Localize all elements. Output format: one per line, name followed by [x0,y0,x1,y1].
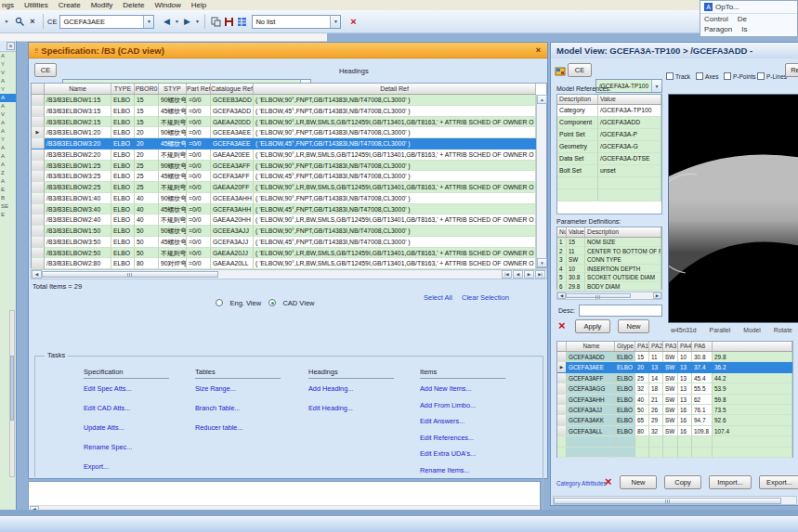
cell-styp[interactable]: 90螺纹弯头 [159,193,187,204]
clear-selection-link[interactable]: Clear Selection [462,293,509,302]
menu-item-modify[interactable]: Modify [91,1,113,9]
cell-styp[interactable]: 45螺纹弯头 [159,204,187,215]
menu-item-delete[interactable]: Delete [123,1,144,9]
row-marker-cell[interactable] [557,352,567,362]
copy-button[interactable]: Copy [664,475,701,489]
cell-type[interactable]: ELBO [111,117,135,128]
cell-name[interactable]: /B3/B3ELBOW1:50 [45,226,111,237]
cell-pax[interactable]: 29.8 [713,352,792,362]
cell-value[interactable]: unset [598,165,661,177]
cell-type[interactable]: ELBO [111,226,135,237]
task-link[interactable]: Rename Spec... [84,443,132,451]
cell-styp[interactable]: 45螺纹弯头 [159,106,187,117]
refs-row[interactable]: Category /GCEFA3A-TP100 [557,105,661,117]
cell-pa2[interactable]: 29 [649,415,663,425]
cell-pa3[interactable]: SW [663,395,678,405]
cell-pbor0[interactable]: 40 [135,193,159,204]
cell-pax[interactable]: 107.4 [713,426,792,436]
tree-item[interactable]: A [0,119,16,127]
cell-partref[interactable]: =0/0 [187,182,211,193]
cell-pa1[interactable]: 80 [635,426,649,436]
cell-value[interactable]: SW [567,255,585,265]
toolbox-title[interactable]: OpTo... [715,3,739,11]
cell-pa4[interactable]: 16 [678,405,692,415]
cell-name[interactable]: /B3/B3ELBOW2:40 [45,214,111,226]
cell-value[interactable]: 29.8 [567,282,585,292]
cell-value[interactable]: 30.8 [567,273,585,282]
cell-detailref[interactable]: ( 'ELBOW,90°,FNPT,GB/T14383I,NB/T47008,C… [254,127,536,138]
cell-value[interactable]: /GCEFA3A-P [598,129,661,141]
task-link[interactable]: Edit Extra UDA's... [420,449,476,458]
cell-description[interactable]: Point Set [557,129,598,141]
cell-no[interactable]: 6 [557,282,567,292]
grid-column-gtype[interactable]: Gtype [615,342,635,351]
cell-name[interactable]: GCEFA3ADD [567,352,615,362]
cell-catref[interactable]: GAEAA20DD [211,117,254,128]
cell-pbor0[interactable]: 80 [135,258,159,269]
track-checkbox[interactable]: Track [666,66,690,83]
cell-description[interactable]: Data Set [557,153,598,165]
new-category-button[interactable]: New [620,475,657,489]
cell-pa4[interactable]: 13 [678,362,692,372]
cell-pa4[interactable]: 16 [678,426,692,436]
cell-name[interactable]: GCEFA3AKK [567,415,615,425]
table-row[interactable]: /B3/B3ELBOW1:15 ELBO 15 90螺纹弯头 =0/0 GCEE… [32,95,536,106]
cell-value[interactable]: 11 [567,247,585,256]
cell-catref[interactable]: GCEFA3AHH [211,204,254,215]
cad-view-radio[interactable]: CAD View [268,292,315,309]
task-link[interactable]: Edit Spec Atts... [84,384,132,393]
grid-column-name[interactable]: Name [567,342,615,351]
cell-partref[interactable]: =0/0 [187,193,211,204]
dock-scrollbar[interactable] [9,310,15,477]
cell-pax[interactable]: 44.2 [713,373,792,383]
cell-pbor0[interactable]: 20 [135,149,159,161]
tree-item[interactable]: Y [0,60,16,69]
cell-pa3[interactable]: SW [663,373,678,383]
component-row[interactable]: GCEFA3AKK ELBO 65 29 SW 16 94.7 92.6 [557,415,792,425]
palette-icon[interactable] [555,64,566,81]
cell-detailref[interactable]: ( 'ELBOW,90°,LR,BW,SMLS,GB/T12459I,GB/T1… [254,258,536,269]
task-link[interactable]: Size Range... [195,384,236,393]
close-search-icon[interactable]: × [26,15,39,28]
cell-type[interactable]: ELBO [111,258,135,269]
cell-gtype[interactable]: ELBO [615,383,635,394]
cell-partref[interactable]: =0/0 [187,127,211,138]
toolbox-item-de[interactable]: De [738,15,747,23]
tree-item[interactable]: SE [0,202,16,211]
cell-detailref[interactable]: ( 'ELBOW,90°,LR,BW,SMLS,GB/T12459I,GB/T1… [254,182,536,193]
cell-catref[interactable]: GCEFA3AJJ [211,237,254,248]
row-marker-cell[interactable] [32,117,45,128]
cell-gtype[interactable]: ELBO [615,362,635,372]
column-header-detailref[interactable]: Detail Ref [254,84,536,94]
tree-item[interactable]: A [0,127,16,136]
row-marker-cell[interactable] [32,149,45,161]
cell-partref[interactable]: =0/0 [187,117,211,128]
table-row[interactable]: /B3/B3ELBOW1:25 ELBO 25 90螺纹弯头 =0/0 GCEE… [32,161,536,172]
component-row[interactable]: GCEFA3AJJ ELBO 50 26 SW 16 76.1 73.5 [557,405,792,415]
cell-partref[interactable]: =0/0 [187,161,211,172]
cell-type[interactable]: ELBO [111,193,135,204]
cell-pax[interactable]: 73.5 [713,405,792,415]
list-selector-combobox[interactable]: No list ▼ [252,15,341,29]
reset-button[interactable]: Re [785,63,798,77]
cell-pa1[interactable]: 65 [635,415,649,425]
cell-name[interactable]: /B3/B3ELBOW2:20 [45,149,111,161]
cell-type[interactable]: ELBO [111,237,135,248]
cell-name[interactable]: /B3/B3ELBOW2:50 [45,248,111,259]
scroll-down-icon[interactable]: ▼ [537,258,547,267]
task-link[interactable]: Edit Answers... [420,417,464,425]
clear-list-icon[interactable]: × [347,15,360,28]
task-link[interactable]: Edit CAD Atts... [84,404,130,412]
cell-description[interactable]: Component [557,117,598,129]
scrollbar-thumb[interactable] [566,293,631,298]
table-row[interactable]: /B3/B3ELBOW3:20 ELBO 20 45螺纹弯头 =0/0 GCEF… [32,138,536,149]
chevron-down-icon[interactable]: ▼ [143,16,153,28]
cell-value[interactable]: /GCEFA3ADD [598,117,661,129]
menu-item-window[interactable]: Window [154,1,180,9]
cell-pa1[interactable]: 32 [635,383,649,394]
cell-pbor0[interactable]: 15 [135,117,159,128]
menu-item-create[interactable]: Create [59,1,81,9]
cell-value[interactable]: 10 [567,265,585,274]
cell-pa3[interactable]: SW [663,415,678,425]
row-marker-cell[interactable] [32,106,45,117]
